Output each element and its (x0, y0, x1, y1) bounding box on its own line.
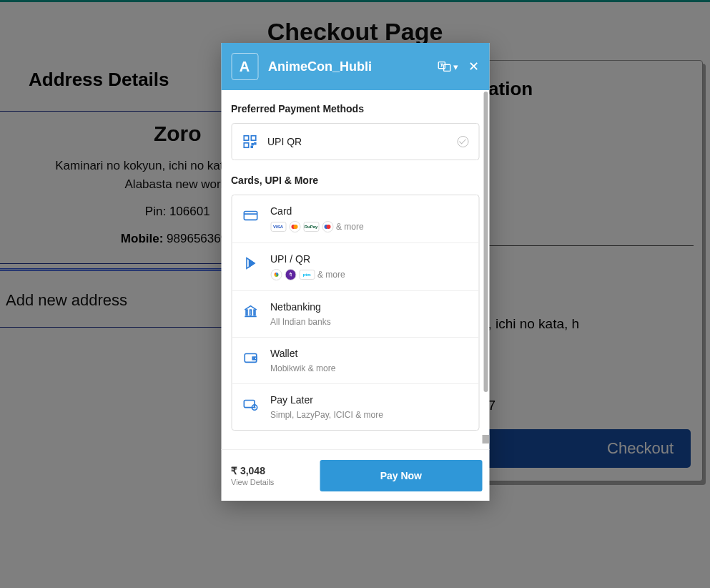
option-wallet[interactable]: Wallet Mobikwik & more (232, 338, 478, 384)
modal-footer: ₹ 3,048 View Details Pay Now (221, 449, 489, 501)
svg-rect-5 (252, 144, 253, 145)
payment-modal: A AnimeCon_Hubli ▾ ✕ Preferred Payment M… (221, 43, 489, 501)
svg-rect-3 (251, 136, 255, 140)
close-button[interactable]: ✕ (468, 60, 479, 73)
paytm-chip: ptm (299, 270, 315, 280)
modal-body: Preferred Payment Methods UPI QR Cards, … (221, 90, 489, 449)
scrollbar[interactable] (483, 90, 488, 429)
modal-header: A AnimeCon_Hubli ▾ ✕ (221, 43, 489, 90)
option-title: Pay Later (270, 394, 468, 406)
option-card[interactable]: Card VISA RuPay & more (232, 195, 478, 243)
phonepe-chip: पे (285, 269, 296, 280)
scrollbar-thumb[interactable] (483, 92, 488, 392)
svg-rect-11 (250, 310, 251, 315)
amount-total: ₹ 3,048 (231, 465, 320, 476)
svg-rect-7 (251, 146, 252, 147)
more-methods-label: Cards, UPI & More (231, 175, 479, 186)
merchant-logo: A (231, 53, 258, 80)
svg-rect-10 (246, 310, 247, 315)
bank-icon (242, 303, 258, 319)
scrollbar-down-button[interactable] (482, 435, 489, 444)
option-title: Wallet (270, 348, 468, 359)
svg-rect-8 (244, 212, 257, 220)
check-icon (457, 136, 468, 147)
card-icon (242, 207, 258, 223)
upi-icon (242, 255, 258, 271)
gpay-chip (270, 269, 282, 280)
option-subtitle: All Indian banks (270, 317, 468, 327)
qr-icon (242, 134, 257, 150)
preferred-upi-qr-option[interactable]: UPI QR (231, 123, 479, 160)
pay-later-icon (242, 396, 258, 412)
option-title: Card (270, 205, 468, 217)
svg-rect-12 (254, 310, 255, 315)
svg-rect-2 (244, 136, 248, 140)
svg-rect-6 (254, 143, 255, 144)
svg-rect-4 (244, 143, 248, 147)
option-subtitle: Mobikwik & more (270, 363, 468, 373)
option-upi-qr[interactable]: UPI / QR पे ptm & more (232, 243, 478, 291)
option-title: Netbanking (270, 301, 468, 313)
maestro-chip (322, 221, 333, 232)
language-selector[interactable]: ▾ (436, 59, 458, 74)
svg-rect-17 (244, 401, 255, 408)
option-pay-later[interactable]: Pay Later Simpl, LazyPay, ICICI & more (232, 384, 478, 430)
option-title: UPI / QR (270, 253, 468, 265)
svg-point-16 (253, 358, 254, 358)
visa-chip: VISA (270, 222, 286, 232)
wallet-icon (242, 350, 258, 366)
pay-now-button[interactable]: Pay Now (320, 460, 482, 491)
option-title: UPI QR (267, 136, 457, 147)
mastercard-chip (289, 221, 300, 232)
option-netbanking[interactable]: Netbanking All Indian banks (232, 291, 478, 338)
view-details-link[interactable]: View Details (231, 478, 320, 486)
option-subtitle: Simpl, LazyPay, ICICI & more (270, 410, 468, 420)
translate-icon (436, 59, 452, 74)
option-subtitle: VISA RuPay & more (270, 221, 468, 232)
chevron-down-icon: ▾ (453, 62, 458, 72)
close-icon: ✕ (468, 59, 479, 74)
option-subtitle: पे ptm & more (270, 269, 468, 280)
merchant-name: AnimeCon_Hubli (268, 59, 436, 74)
rupay-chip: RuPay (303, 222, 319, 232)
preferred-methods-label: Preferred Payment Methods (231, 103, 479, 114)
